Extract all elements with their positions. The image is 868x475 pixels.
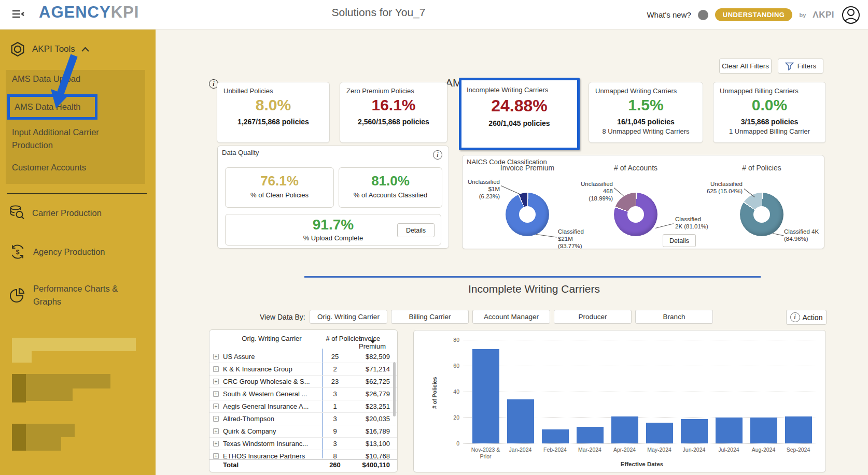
notification-dot-icon[interactable] bbox=[698, 10, 708, 20]
kpi-value: 8.0% bbox=[223, 96, 323, 114]
bar-jan-2024[interactable] bbox=[507, 399, 534, 443]
view-by-account-manager[interactable]: Account Manager bbox=[472, 310, 550, 324]
user-avatar-icon[interactable] bbox=[841, 5, 861, 25]
table-row[interactable]: CRC Group Wholesale & S...23$62,725 bbox=[209, 376, 397, 388]
cell-carrier: K & K Insurance Group bbox=[223, 365, 319, 373]
kpi-card-unmapped-writing-carriers[interactable]: Unmapped Writing Carriers 1.5% 16/1,045 … bbox=[589, 82, 703, 143]
view-by-orig-writing-carrier[interactable]: Orig. Writing Carrier bbox=[310, 310, 387, 324]
y-axis-tick: 0 bbox=[442, 440, 459, 447]
column-header-carrier[interactable]: Orig. Writing Carrier bbox=[225, 335, 318, 342]
bar-feb-2024[interactable] bbox=[542, 429, 569, 444]
sidebar-item-akpi-tools[interactable]: AKPI Tools bbox=[9, 41, 89, 57]
button-label: Filters bbox=[797, 62, 817, 70]
sidebar-collapse-icon[interactable] bbox=[11, 7, 25, 21]
upload-complete-metric[interactable]: 91.7% % Upload Complete Details bbox=[225, 214, 441, 246]
callout-line bbox=[614, 188, 624, 196]
kpi-subdetail: 1 Unmapped Billing Carrier bbox=[720, 127, 819, 135]
cell-policies: 25 bbox=[319, 353, 351, 361]
table-row[interactable]: Quirk & Company9$16,789 bbox=[209, 425, 397, 438]
bar-aug-2024[interactable] bbox=[750, 418, 777, 443]
expand-icon[interactable] bbox=[213, 354, 219, 359]
sidebar-item-ams-data-health[interactable]: AMS Data Health bbox=[15, 102, 80, 112]
table-row[interactable]: US Assure25$82,509 bbox=[209, 351, 397, 363]
table-row[interactable]: Allred-Thompson3$20,035 bbox=[209, 413, 397, 425]
x-axis-label: Aug-2024 bbox=[746, 447, 781, 460]
info-icon[interactable]: i bbox=[433, 150, 442, 160]
kpi-card-incomplete-writing-carriers-highlighted[interactable]: Incomplete Writing Carriers 24.88% 260/1… bbox=[459, 78, 580, 150]
column-header-premium[interactable]: Invoice Premium bbox=[359, 335, 396, 350]
expand-icon[interactable] bbox=[213, 441, 219, 447]
x-axis-label: Nov-2023 & Prior bbox=[468, 447, 503, 460]
expand-icon[interactable] bbox=[213, 416, 219, 422]
sidebar-item-performance-charts-graphs[interactable]: Performance Charts & Graphs bbox=[9, 282, 125, 308]
sidebar-item-customer-accounts[interactable]: Customer Accounts bbox=[12, 163, 86, 172]
donut-callout-classified: Classified 4K (84.96%) bbox=[784, 228, 821, 242]
chevron-up-icon[interactable] bbox=[81, 47, 89, 52]
clear-all-filters-button[interactable]: Clear All Filters bbox=[719, 59, 772, 74]
cell-carrier: Allred-Thompson bbox=[223, 415, 319, 423]
donut-accounts[interactable] bbox=[614, 193, 657, 236]
bar-may-2024[interactable] bbox=[646, 423, 673, 443]
table-row[interactable]: Aegis General Insurance A...1$23,251 bbox=[209, 400, 397, 413]
expand-icon[interactable] bbox=[213, 428, 219, 434]
expand-icon[interactable] bbox=[213, 404, 219, 409]
cell-premium: $82,509 bbox=[366, 353, 390, 361]
table-row[interactable]: Texas Windstorm Insuranc...3$13,100 bbox=[209, 438, 397, 450]
sidebar-item-carrier-production[interactable]: Carrier Production bbox=[9, 205, 124, 221]
view-data-by-label: View Data By: bbox=[260, 313, 305, 321]
button-label: Details bbox=[406, 227, 426, 234]
kpi-detail: 16/1,045 policies bbox=[595, 118, 696, 126]
cell-carrier: US Assure bbox=[223, 353, 319, 361]
expand-icon[interactable] bbox=[213, 453, 219, 459]
kpi-card-unbilled-policies[interactable]: Unbilled Policies 8.0% 1,267/15,868 poli… bbox=[217, 82, 330, 143]
expand-icon[interactable] bbox=[213, 366, 219, 372]
sidebar-item-ams-data-upload[interactable]: AMS Data Upload bbox=[12, 74, 80, 84]
sidebar-item-input-additional-carrier-production[interactable]: Input Additional Carrier Production bbox=[12, 126, 103, 152]
cell-premium: $26,779 bbox=[366, 390, 390, 398]
table-row[interactable]: K & K Insurance Group2$71,214 bbox=[209, 363, 397, 376]
kpi-value: 1.5% bbox=[595, 96, 696, 114]
bar-jul-2024[interactable] bbox=[716, 418, 743, 443]
x-axis-label: Jul-2024 bbox=[711, 447, 746, 460]
sidebar-item-label: Carrier Production bbox=[32, 207, 124, 220]
y-axis-tick: 80 bbox=[442, 337, 459, 343]
sort-descending-icon[interactable] bbox=[370, 340, 375, 343]
agencykpi-logo[interactable]: AGENCYKPI bbox=[39, 3, 139, 22]
donut-callout-classified: Classified $21M (93.77%) bbox=[558, 228, 591, 250]
accounts-classified-metric[interactable]: 81.0% % of Accounts Classified bbox=[339, 167, 442, 208]
expand-icon[interactable] bbox=[213, 391, 219, 397]
details-button[interactable]: Details bbox=[663, 234, 696, 247]
table-total-row: Total 260 $400,110 bbox=[209, 459, 397, 470]
kpi-card-unmapped-billing-carriers[interactable]: Unmapped Billing Carriers 0.0% 3/15,868 … bbox=[713, 82, 826, 143]
kpi-title: Unbilled Policies bbox=[223, 87, 323, 95]
bar-apr-2024[interactable] bbox=[611, 416, 638, 444]
cell-policies: 3 bbox=[319, 415, 351, 423]
table-row[interactable]: South & Western General ...3$26,779 bbox=[209, 388, 397, 400]
cell-premium: $23,251 bbox=[366, 402, 390, 410]
bar-sep-2024[interactable] bbox=[785, 416, 812, 444]
clean-policies-metric[interactable]: 76.1% % of Clean Policies bbox=[225, 167, 334, 208]
view-by-branch[interactable]: Branch bbox=[635, 310, 713, 324]
kpi-detail: 1,267/15,868 policies bbox=[223, 118, 323, 126]
total-policies: 260 bbox=[319, 461, 351, 469]
donut-title-accounts: # of Accounts bbox=[589, 164, 682, 172]
dollar-cycle-icon: $ bbox=[9, 243, 26, 260]
kpi-card-zero-premium-policies[interactable]: Zero Premium Policies 16.1% 2,560/15,868… bbox=[340, 82, 447, 143]
action-button[interactable]: i Action bbox=[786, 310, 827, 325]
bar-jun-2024[interactable] bbox=[681, 419, 708, 444]
whats-new-link[interactable]: What's new? bbox=[647, 10, 691, 19]
bar-nov-2023-prior[interactable] bbox=[472, 349, 499, 444]
sidebar-item-agency-production[interactable]: $ Agency Production bbox=[9, 243, 125, 260]
donut-invoice-premium[interactable] bbox=[506, 193, 549, 236]
understanding-badge[interactable]: UNDERSTANDING bbox=[715, 8, 793, 21]
donut-policies[interactable] bbox=[740, 193, 783, 236]
view-by-billing-carrier[interactable]: Billing Carrier bbox=[391, 310, 469, 324]
table-scrollbar[interactable] bbox=[393, 362, 396, 416]
details-button[interactable]: Details bbox=[397, 223, 435, 237]
filters-button[interactable]: Filters bbox=[778, 59, 823, 74]
kpi-value: 0.0% bbox=[720, 96, 819, 114]
expand-icon[interactable] bbox=[213, 379, 219, 384]
view-by-producer[interactable]: Producer bbox=[554, 310, 632, 324]
button-label: Action bbox=[803, 313, 823, 322]
bar-mar-2024[interactable] bbox=[577, 427, 604, 444]
